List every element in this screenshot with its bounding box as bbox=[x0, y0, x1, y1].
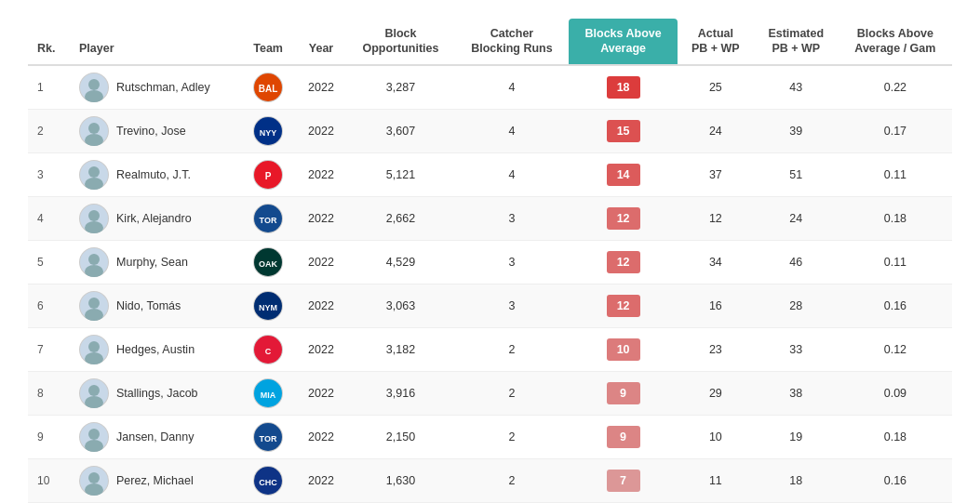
team-cell: NYM bbox=[240, 284, 295, 327]
svg-text:TOR: TOR bbox=[260, 216, 277, 225]
catcher-blocking-cell: 3 bbox=[455, 284, 570, 327]
year-cell: 2022 bbox=[296, 327, 347, 371]
player-name: Realmuto, J.T. bbox=[116, 168, 191, 181]
blocks-above-avg-game-cell: 0.12 bbox=[839, 327, 952, 371]
blocks-above-avg-value: 12 bbox=[607, 251, 640, 273]
year-cell: 2022 bbox=[296, 152, 347, 196]
svg-point-31 bbox=[88, 341, 100, 352]
svg-point-11 bbox=[88, 166, 100, 178]
team-cell: TOR bbox=[240, 415, 295, 458]
blocks-above-avg-game-cell: 0.11 bbox=[839, 240, 952, 284]
estimated-pb-wp-cell: 46 bbox=[754, 240, 839, 284]
svg-point-16 bbox=[88, 210, 100, 221]
player-name: Nido, Tomás bbox=[116, 299, 181, 312]
team-cell: BAL bbox=[240, 65, 295, 110]
blocks-above-avg-value: 9 bbox=[607, 426, 640, 448]
blocks-above-avg-game-cell: 0.22 bbox=[839, 65, 952, 110]
blocks-above-avg-cell: 15 bbox=[569, 109, 678, 152]
svg-text:NYM: NYM bbox=[259, 303, 277, 312]
catcher-blocking-cell: 4 bbox=[455, 152, 570, 196]
rank-cell: 2 bbox=[28, 109, 70, 152]
col-header-actual_pb_wp: ActualPB + WP bbox=[678, 19, 754, 65]
team-logo: TOR bbox=[253, 422, 283, 452]
col-header-blocks_above_avg: Blocks AboveAverage bbox=[569, 19, 678, 65]
estimated-pb-wp-cell: 18 bbox=[754, 458, 839, 502]
block-opp-cell: 3,063 bbox=[346, 284, 454, 327]
team-cell: MIA bbox=[240, 371, 295, 415]
player-avatar bbox=[79, 422, 109, 452]
blocks-above-avg-game-cell: 0.16 bbox=[839, 458, 952, 502]
blocks-above-avg-game-cell: 0.18 bbox=[839, 196, 952, 240]
team-logo: TOR bbox=[253, 204, 283, 233]
team-cell: C bbox=[240, 327, 295, 371]
svg-text:NYY: NYY bbox=[260, 128, 277, 138]
actual-pb-wp-cell: 34 bbox=[678, 240, 754, 284]
table-row: 7Hedges, AustinC20223,18221023330.12 bbox=[28, 327, 952, 371]
actual-pb-wp-cell: 29 bbox=[678, 371, 754, 415]
rank-cell: 9 bbox=[28, 415, 70, 458]
catcher-blocking-cell: 3 bbox=[455, 196, 570, 240]
rank-cell: 4 bbox=[28, 196, 70, 240]
catcher-blocking-cell: 2 bbox=[455, 415, 570, 458]
blocks-above-avg-value: 14 bbox=[607, 164, 640, 186]
team-logo: C bbox=[253, 335, 283, 364]
stats-table: Rk.PlayerTeamYearBlockOpportunitiesCatch… bbox=[28, 19, 952, 503]
estimated-pb-wp-cell: 43 bbox=[754, 65, 839, 110]
svg-text:P: P bbox=[265, 171, 272, 181]
player-avatar bbox=[79, 335, 109, 364]
col-header-team: Team bbox=[240, 19, 295, 65]
player-name: Stallings, Jacob bbox=[116, 387, 198, 400]
table-row: 10Perez, MichaelCHC20221,6302711180.16 bbox=[28, 458, 952, 502]
player-cell: Rutschman, Adley bbox=[70, 65, 240, 110]
team-logo: P bbox=[253, 160, 283, 190]
player-cell: Realmuto, J.T. bbox=[70, 152, 240, 196]
table-row: 2Trevino, JoseNYY20223,60741524390.17 bbox=[28, 109, 952, 152]
player-cell: Hedges, Austin bbox=[70, 327, 240, 371]
year-cell: 2022 bbox=[296, 196, 347, 240]
svg-point-36 bbox=[88, 385, 100, 396]
rank-cell: 10 bbox=[28, 458, 70, 502]
block-opp-cell: 3,182 bbox=[346, 327, 454, 371]
actual-pb-wp-cell: 16 bbox=[678, 284, 754, 327]
svg-point-26 bbox=[88, 298, 100, 309]
col-header-blocks_above_avg_game: Blocks AboveAverage / Gam bbox=[839, 19, 952, 65]
year-cell: 2022 bbox=[296, 240, 347, 284]
table-row: 6Nido, TomásNYM20223,06331216280.16 bbox=[28, 284, 952, 327]
blocks-above-avg-cell: 12 bbox=[569, 196, 678, 240]
team-cell: P bbox=[240, 152, 295, 196]
svg-point-21 bbox=[88, 254, 100, 265]
player-cell: Perez, Michael bbox=[70, 458, 240, 502]
blocks-above-avg-value: 12 bbox=[607, 295, 640, 317]
block-opp-cell: 2,150 bbox=[346, 415, 454, 458]
col-header-year: Year bbox=[296, 19, 347, 65]
blocks-above-avg-value: 10 bbox=[607, 338, 640, 361]
year-cell: 2022 bbox=[296, 371, 347, 415]
rank-cell: 8 bbox=[28, 371, 70, 415]
player-cell: Nido, Tomás bbox=[70, 284, 240, 327]
blocks-above-avg-value: 12 bbox=[607, 207, 640, 230]
player-name: Trevino, Jose bbox=[116, 125, 186, 138]
blocks-above-avg-cell: 10 bbox=[569, 327, 678, 371]
block-opp-cell: 3,916 bbox=[346, 371, 454, 415]
team-logo: BAL bbox=[253, 73, 283, 102]
catcher-blocking-cell: 4 bbox=[455, 65, 570, 110]
player-name: Rutschman, Adley bbox=[116, 81, 210, 94]
col-header-catcher_blocking: CatcherBlocking Runs bbox=[455, 19, 570, 65]
col-header-rank: Rk. bbox=[28, 19, 70, 65]
blocks-above-avg-value: 9 bbox=[607, 382, 640, 404]
year-cell: 2022 bbox=[296, 458, 347, 502]
estimated-pb-wp-cell: 39 bbox=[754, 109, 839, 152]
actual-pb-wp-cell: 23 bbox=[678, 327, 754, 371]
table-row: 3Realmuto, J.T.P20225,12141437510.11 bbox=[28, 152, 952, 196]
blocks-above-avg-game-cell: 0.11 bbox=[839, 152, 952, 196]
team-cell: TOR bbox=[240, 196, 295, 240]
actual-pb-wp-cell: 37 bbox=[678, 152, 754, 196]
svg-point-46 bbox=[88, 472, 100, 483]
blocks-above-avg-value: 15 bbox=[607, 120, 640, 142]
blocks-above-avg-game-cell: 0.16 bbox=[839, 284, 952, 327]
estimated-pb-wp-cell: 28 bbox=[754, 284, 839, 327]
player-name: Murphy, Sean bbox=[116, 256, 188, 269]
team-cell: NYY bbox=[240, 109, 295, 152]
player-avatar bbox=[79, 466, 109, 496]
team-logo: OAK bbox=[253, 247, 283, 277]
